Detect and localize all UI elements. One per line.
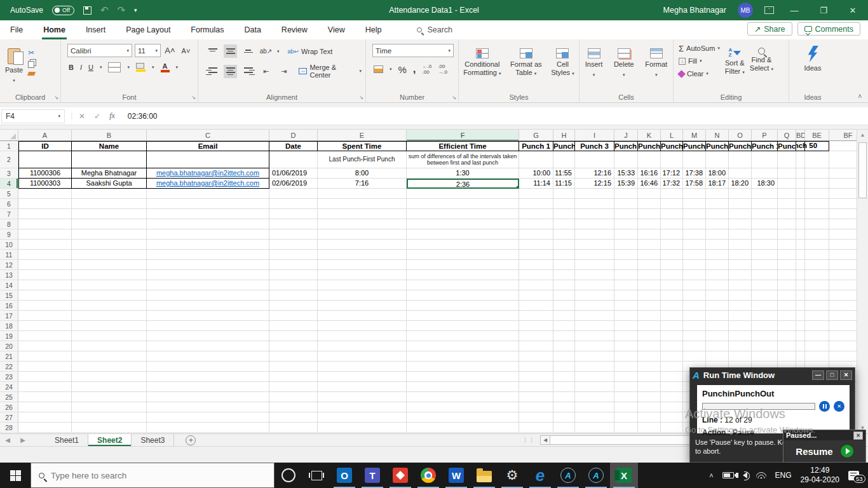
cell-Q2[interactable] (778, 151, 796, 168)
cell-K9[interactable] (638, 229, 661, 240)
cell-J11[interactable] (614, 250, 638, 260)
cell-M16[interactable] (683, 301, 706, 311)
cell-BD13[interactable] (796, 270, 805, 280)
cell-C6[interactable] (147, 199, 269, 209)
cell-O1[interactable]: Punch 9 (729, 141, 752, 151)
row-header-21[interactable]: 21 (0, 351, 18, 362)
cell-BF4[interactable] (829, 179, 857, 189)
cell-B21[interactable] (72, 351, 147, 362)
cell-E26[interactable] (318, 402, 407, 412)
cell-G1[interactable]: Punch 1 (519, 141, 553, 151)
cell-A9[interactable] (18, 229, 72, 240)
cell-M21[interactable] (683, 351, 706, 362)
cell-E18[interactable] (318, 321, 407, 331)
row-header-16[interactable]: 16 (0, 301, 18, 311)
cell-F5[interactable] (407, 189, 519, 199)
cell-M9[interactable] (683, 229, 706, 240)
cell-C18[interactable] (147, 321, 269, 331)
cell-N10[interactable] (706, 240, 729, 250)
cell-B2[interactable] (72, 151, 147, 168)
cell-BE18[interactable] (805, 321, 829, 331)
cell-P1[interactable]: Punch 10 (752, 141, 778, 151)
cell-C28[interactable] (147, 423, 269, 433)
cell-M10[interactable] (683, 240, 706, 250)
cell-F17[interactable] (407, 311, 519, 321)
number-dialog-launcher-icon[interactable]: ↘ (452, 95, 456, 100)
cell-B19[interactable] (72, 331, 147, 341)
cell-BF15[interactable] (829, 290, 857, 301)
cell-E4[interactable]: 7:16 (318, 179, 407, 189)
cell-J18[interactable] (614, 321, 638, 331)
column-header-K[interactable]: K (638, 130, 661, 141)
cell-Q17[interactable] (778, 311, 796, 321)
cell-H3[interactable]: 11:55 (553, 168, 575, 179)
cell-O17[interactable] (729, 311, 752, 321)
cell-G5[interactable] (519, 189, 553, 199)
cell-F25[interactable] (407, 392, 519, 402)
cell-H24[interactable] (553, 382, 575, 392)
cell-O12[interactable] (729, 260, 752, 270)
cell-A8[interactable] (18, 219, 72, 229)
cell-P13[interactable] (752, 270, 778, 280)
cell-D10[interactable] (269, 240, 318, 250)
column-header-J[interactable]: J (614, 130, 638, 141)
cell-N20[interactable] (706, 341, 729, 351)
cell-A1[interactable]: ID (18, 141, 72, 151)
orientation-icon[interactable]: ab↗ (259, 44, 273, 58)
cell-L1[interactable]: Punch 6 (661, 141, 683, 151)
cell-N7[interactable] (706, 209, 729, 219)
cell-H23[interactable] (553, 372, 575, 382)
cell-BF19[interactable] (829, 331, 857, 341)
cell-I24[interactable] (575, 382, 614, 392)
close-button[interactable]: ✕ (844, 6, 862, 15)
cell-Q11[interactable] (778, 250, 796, 260)
cell-L9[interactable] (661, 229, 683, 240)
column-header-N[interactable]: N (706, 130, 729, 141)
cell-Q12[interactable] (778, 260, 796, 270)
cell-I20[interactable] (575, 341, 614, 351)
cell-G28[interactable] (519, 423, 553, 433)
cell-C10[interactable] (147, 240, 269, 250)
cell-H18[interactable] (553, 321, 575, 331)
cell-BE7[interactable] (805, 209, 829, 219)
cell-G6[interactable] (519, 199, 553, 209)
cell-BE14[interactable] (805, 280, 829, 290)
taskbar-settings[interactable]: ⚙ (498, 463, 526, 488)
cell-C12[interactable] (147, 260, 269, 270)
cell-E25[interactable] (318, 392, 407, 402)
row-header-15[interactable]: 15 (0, 290, 18, 301)
cell-L20[interactable] (661, 341, 683, 351)
cell-M12[interactable] (683, 260, 706, 270)
cell-P7[interactable] (752, 209, 778, 219)
cell-Q21[interactable] (778, 351, 796, 362)
cell-C8[interactable] (147, 219, 269, 229)
align-top-icon[interactable] (206, 44, 219, 58)
task-view-button[interactable] (302, 463, 330, 488)
cell-H8[interactable] (553, 219, 575, 229)
cell-D5[interactable] (269, 189, 318, 199)
cell-C16[interactable] (147, 301, 269, 311)
cell-Q14[interactable] (778, 280, 796, 290)
cell-D24[interactable] (269, 382, 318, 392)
tab-help[interactable]: Help (355, 20, 392, 39)
cell-L10[interactable] (661, 240, 683, 250)
cell-I21[interactable] (575, 351, 614, 362)
row-header-11[interactable]: 11 (0, 250, 18, 260)
ribbon-search[interactable]: Search (417, 25, 452, 34)
cell-N18[interactable] (706, 321, 729, 331)
start-button[interactable] (0, 463, 31, 488)
cell-BF13[interactable] (829, 270, 857, 280)
cell-styles-button[interactable]: CellStyles ▾ (551, 43, 574, 78)
row-header-25[interactable]: 25 (0, 392, 18, 402)
horizontal-scrollbar[interactable]: ⋮⋮ ◀ (522, 434, 690, 445)
taskbar-automation-anywhere-2[interactable]: A (582, 463, 610, 488)
column-header-I[interactable]: I (575, 130, 614, 141)
cell-L3[interactable]: 17:12 (661, 168, 683, 179)
cell-A11[interactable] (18, 250, 72, 260)
cell-Q4[interactable] (778, 179, 796, 189)
cell-H7[interactable] (553, 209, 575, 219)
cell-N6[interactable] (706, 199, 729, 209)
cell-D9[interactable] (269, 229, 318, 240)
cell-P15[interactable] (752, 290, 778, 301)
share-button[interactable]: ↗Share (747, 22, 792, 36)
